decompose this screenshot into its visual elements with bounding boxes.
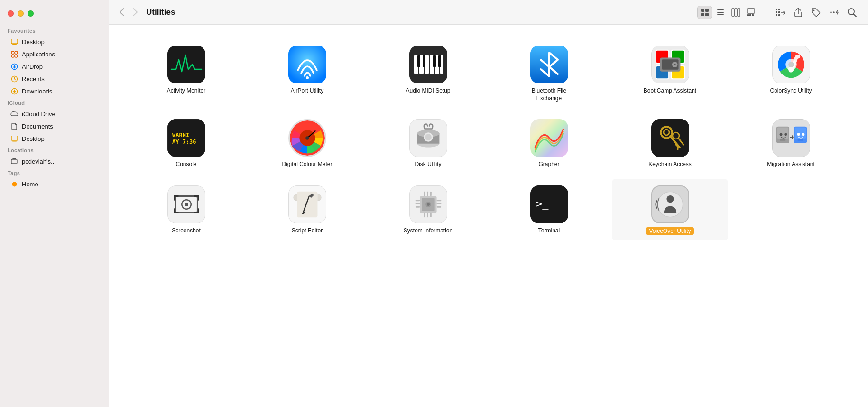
svg-rect-16 — [705, 13, 709, 16]
svg-rect-15 — [701, 13, 704, 16]
svg-point-106 — [802, 133, 804, 136]
sidebar-item-desktop-icloud[interactable]: Desktop — [3, 133, 106, 144]
svg-point-100 — [779, 133, 782, 136]
sidebar-item-downloads[interactable]: Downloads — [3, 85, 106, 97]
app-activity-monitor[interactable]: Activity Monitor — [128, 39, 244, 108]
app-bluetooth-file-exchange[interactable]: Bluetooth File Exchange — [491, 39, 607, 108]
app-script-editor-label: Script Editor — [292, 227, 323, 235]
svg-rect-21 — [735, 9, 737, 16]
svg-point-2 — [11, 51, 14, 54]
svg-rect-49 — [423, 55, 425, 67]
digital-colour-meter-icon — [288, 119, 326, 157]
app-terminal[interactable]: >_ Terminal — [491, 179, 607, 240]
app-console-label: Console — [175, 161, 196, 168]
svg-rect-98 — [777, 128, 788, 139]
app-voiceover-utility[interactable]: VoiceOver Utility — [612, 179, 728, 240]
svg-point-80 — [305, 136, 309, 139]
bluetooth-icon — [530, 46, 568, 83]
app-digital-colour-meter-label: Digital Colour Meter — [282, 161, 332, 168]
app-bluetooth-file-exchange-label: Bluetooth File Exchange — [521, 87, 578, 102]
app-voiceover-utility-label: VoiceOver Utility — [646, 227, 693, 235]
svg-rect-20 — [732, 9, 734, 16]
favourites-section-label: Favourites — [0, 25, 109, 36]
app-terminal-label: Terminal — [538, 227, 560, 235]
svg-point-35 — [833, 11, 835, 13]
sidebar-item-documents[interactable]: Documents — [3, 120, 106, 132]
view-list-button[interactable] — [713, 6, 728, 18]
app-digital-colour-meter[interactable]: Digital Colour Meter — [249, 112, 365, 174]
terminal-icon: >_ — [530, 185, 568, 223]
console-icon: WARNI AY 7:36 — [167, 119, 205, 157]
svg-rect-38 — [167, 46, 205, 83]
arrange-button[interactable] — [772, 7, 788, 18]
svg-point-65 — [674, 64, 675, 65]
icloud-drive-icon — [10, 110, 18, 118]
sidebar-item-applications[interactable]: Applications — [3, 48, 106, 60]
app-airport-utility[interactable]: AirPort Utility — [249, 39, 365, 108]
app-screenshot[interactable]: Screenshot — [128, 179, 244, 240]
app-migration-assistant-label: Migration Assistant — [767, 161, 815, 168]
sidebar-item-applications-label: Applications — [22, 51, 55, 58]
keychain-access-icon — [651, 119, 689, 157]
svg-rect-22 — [738, 9, 740, 16]
forward-button[interactable] — [131, 7, 139, 17]
sidebar-item-airdrop[interactable]: AirDrop — [3, 61, 106, 72]
boot-camp-icon — [651, 46, 689, 83]
voiceover-utility-icon — [651, 185, 689, 223]
app-grapher[interactable]: Grapher — [491, 112, 607, 174]
close-button[interactable] — [8, 10, 14, 17]
svg-rect-51 — [438, 55, 441, 67]
app-system-information[interactable]: System Information — [370, 179, 486, 240]
app-keychain-access[interactable]: Keychain Access — [612, 112, 728, 174]
view-gallery-button[interactable] — [744, 6, 758, 18]
share-button[interactable] — [791, 6, 805, 18]
desktop-icloud-icon — [10, 135, 18, 142]
svg-point-4 — [11, 55, 14, 57]
app-console[interactable]: WARNI AY 7:36 Console — [128, 112, 244, 174]
svg-rect-125 — [430, 191, 431, 196]
app-airport-utility-label: AirPort Utility — [291, 87, 323, 95]
app-boot-camp-assistant[interactable]: Boot Camp Assistant — [612, 39, 728, 108]
sidebar-item-home-tag[interactable]: Home — [3, 178, 106, 190]
svg-rect-99 — [780, 139, 785, 141]
svg-rect-122 — [436, 206, 441, 208]
sidebar-item-icloud-drive[interactable]: iCloud Drive — [3, 108, 106, 120]
app-screenshot-label: Screenshot — [172, 227, 201, 235]
view-columns-button[interactable] — [729, 6, 743, 18]
documents-icon — [10, 122, 18, 130]
svg-rect-32 — [778, 14, 780, 16]
sidebar-item-recents[interactable]: Recents — [3, 73, 106, 84]
app-audio-midi-setup[interactable]: Audio MIDI Setup — [370, 39, 486, 108]
view-grid-button[interactable] — [697, 6, 712, 19]
more-button[interactable] — [826, 7, 841, 18]
svg-rect-31 — [778, 11, 780, 13]
migration-assistant-icon — [772, 119, 810, 157]
svg-rect-112 — [297, 191, 317, 217]
svg-rect-48 — [417, 55, 420, 67]
traffic-lights — [0, 6, 109, 25]
airport-utility-icon — [288, 46, 326, 83]
home-tag-icon — [10, 180, 18, 188]
tag-button[interactable] — [808, 6, 823, 18]
svg-rect-30 — [778, 9, 780, 10]
search-button[interactable] — [844, 6, 859, 18]
back-button[interactable] — [118, 7, 126, 17]
app-colorsync-utility[interactable]: ColorSync Utility — [733, 39, 849, 108]
svg-rect-26 — [752, 14, 754, 16]
sidebar-item-pcdeviah[interactable]: pcdeviah's... — [3, 156, 106, 167]
maximize-button[interactable] — [28, 10, 34, 17]
svg-rect-1 — [12, 44, 17, 45]
app-script-editor[interactable]: Script Editor — [249, 179, 365, 240]
svg-rect-28 — [776, 11, 777, 13]
svg-rect-0 — [11, 39, 18, 44]
applications-icon — [10, 50, 18, 58]
app-grapher-label: Grapher — [538, 161, 559, 168]
app-disk-utility-label: Disk Utility — [415, 161, 442, 168]
app-migration-assistant[interactable]: Migration Assistant — [733, 112, 849, 174]
svg-rect-123 — [424, 191, 425, 196]
grapher-icon — [530, 119, 568, 157]
locations-section-label: Locations — [0, 145, 109, 155]
sidebar-item-desktop[interactable]: Desktop — [3, 36, 106, 47]
app-disk-utility[interactable]: Disk Utility — [370, 112, 486, 174]
minimize-button[interactable] — [18, 10, 24, 17]
